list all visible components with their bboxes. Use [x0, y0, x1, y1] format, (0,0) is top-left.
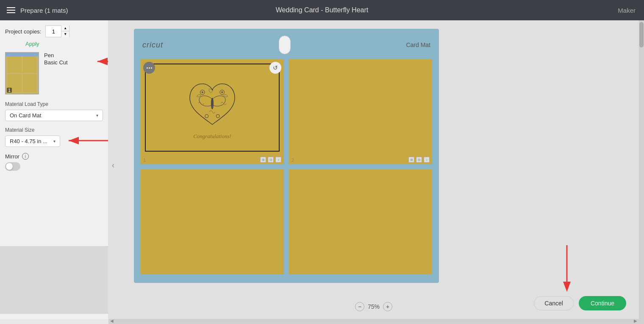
mat-number-badge: 1 [7, 88, 12, 93]
red-arrow-continue-wrap [554, 241, 580, 294]
slot2-icons: ⊞ ⊟ ↕ [408, 157, 430, 163]
bottom-actions: Cancel Continue [534, 296, 626, 310]
copies-input-wrap: ▲ ▼ [45, 25, 69, 37]
scroll-left-end[interactable]: ◀ [110, 318, 114, 323]
heart-butterfly-svg [146, 75, 279, 132]
svg-point-8 [221, 91, 223, 93]
slot2-icon-1[interactable]: ⊞ [408, 157, 414, 163]
continue-button[interactable]: Continue [579, 296, 626, 310]
mirror-toggle[interactable] [5, 162, 20, 171]
material-load-type-value: On Card Mat [10, 112, 41, 119]
mat-thumbnail: 1 [5, 52, 39, 94]
mat-slot-2: 2 ⊞ ⊟ ↕ [289, 59, 432, 164]
card-mat-label: Card Mat [406, 42, 430, 48]
slot2-icon-2[interactable]: ⊟ [416, 157, 422, 163]
material-size-value: R40 - 4.75 in ... [10, 138, 47, 144]
material-size-dropdown[interactable]: R40 - 4.75 in ... ▾ [5, 136, 60, 147]
mat-slot-3 [141, 169, 284, 274]
mat-slot-4 [289, 169, 432, 274]
info-icon[interactable]: i [22, 153, 29, 160]
design-overlay: Congratulations! [145, 64, 280, 152]
basic-cut-label: Basic Cut [44, 59, 68, 66]
scroll-bottom[interactable]: ◀ ▶ [108, 319, 639, 324]
red-arrow-copies [93, 55, 108, 69]
chevron-down-icon-2: ▾ [53, 139, 56, 144]
cancel-button[interactable]: Cancel [534, 296, 574, 310]
header: Prepare (1 mats) Wedding Card - Butterfl… [0, 0, 644, 20]
project-copies-row: Project copies: ▲ ▼ [5, 25, 103, 37]
pen-label: Pen [44, 52, 68, 58]
slot1-icons: ⊞ ⊟ ↕ [260, 157, 281, 163]
material-load-type-label: Material Load Type [5, 101, 103, 107]
apply-button[interactable]: Apply [25, 41, 39, 47]
svg-point-6 [202, 91, 203, 93]
main-area: cricut Card Mat ↺ [108, 20, 639, 319]
left-panel-gray-box [0, 246, 108, 314]
mirror-label: Mirror [5, 153, 19, 160]
toggle-knob [6, 163, 13, 170]
prepare-label: Prepare (1 mats) [20, 7, 68, 14]
copies-spinners: ▲ ▼ [61, 25, 69, 37]
material-load-type-dropdown[interactable]: On Card Mat ▾ [5, 110, 103, 121]
scroll-right[interactable] [639, 20, 644, 324]
mat-info: Pen Basic Cut [44, 52, 68, 66]
zoom-controls: − 75% + [355, 302, 392, 311]
slot2-icon-3[interactable]: ↕ [424, 157, 430, 163]
svg-point-10 [216, 114, 219, 118]
refresh-button-wrap: ↺ [269, 62, 281, 74]
mirror-row: Mirror i [5, 153, 103, 160]
left-panel: Project copies: ▲ ▼ Apply [0, 20, 108, 319]
dots-button[interactable] [143, 62, 155, 74]
copies-up-button[interactable]: ▲ [61, 25, 69, 31]
card-mat-canvas: cricut Card Mat ↺ [134, 29, 439, 283]
zoom-in-button[interactable]: + [383, 302, 392, 311]
card-mat-header: cricut Card Mat [141, 36, 432, 54]
page-title: Wedding Card - Butterfly Heart [276, 6, 368, 14]
slot1-icon-1[interactable]: ⊞ [260, 157, 266, 163]
scroll-right-end[interactable]: ▶ [634, 318, 637, 323]
svg-point-9 [205, 114, 208, 118]
scroll-thumb [639, 22, 644, 47]
refresh-button[interactable]: ↺ [269, 62, 281, 74]
zoom-out-button[interactable]: − [355, 302, 364, 311]
oval-button[interactable] [279, 36, 291, 54]
slot1-icon-2[interactable]: ⊟ [268, 157, 274, 163]
copies-input[interactable] [46, 26, 61, 37]
dots-button-wrap [143, 62, 155, 74]
slot2-label: 2 [291, 158, 294, 163]
project-copies-label: Project copies: [5, 28, 41, 35]
red-arrow-size [64, 134, 108, 149]
mat-section: 1 Pen Basic Cut [5, 52, 103, 94]
toggle-wrap [5, 162, 103, 171]
slot1-label: 1 [143, 158, 146, 163]
scroll-left-arrow[interactable]: ‹ [112, 161, 114, 170]
maker-label: Maker [618, 7, 636, 14]
cricut-logo: cricut [142, 41, 163, 50]
mat-grid: ↺ [141, 59, 432, 274]
slot1-icon-3[interactable]: ↕ [275, 157, 281, 163]
menu-icon[interactable] [7, 7, 15, 13]
chevron-down-icon: ▾ [96, 113, 98, 118]
copies-down-button[interactable]: ▼ [61, 31, 69, 37]
mat-slot-1: ↺ [141, 59, 284, 164]
congrats-text: Congratulations! [193, 133, 231, 140]
material-size-label: Material Size [5, 127, 103, 133]
zoom-level: 75% [368, 303, 380, 310]
material-size-row: R40 - 4.75 in ... ▾ [5, 136, 103, 147]
